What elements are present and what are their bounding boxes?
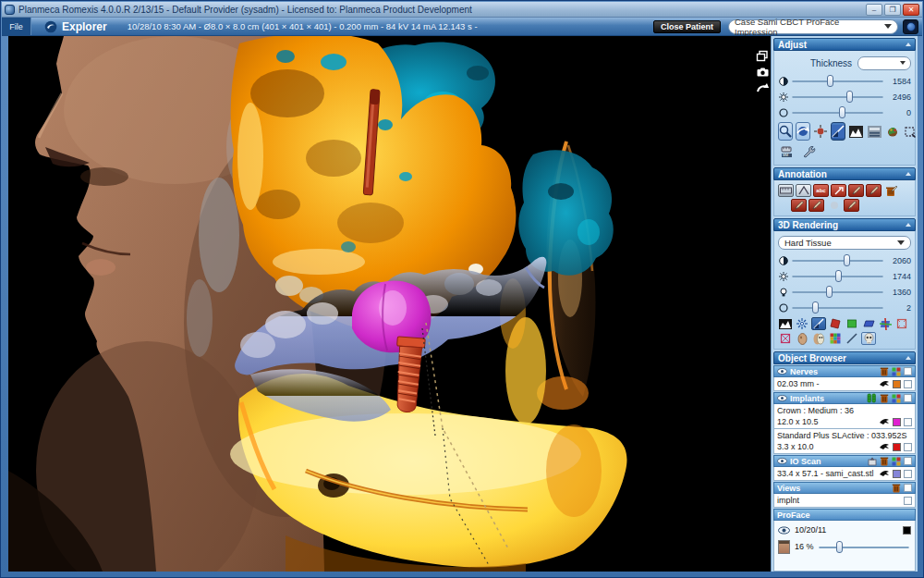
histogram-tool[interactable] — [778, 317, 793, 330]
coronal-plane-tool[interactable] — [845, 317, 859, 330]
skull-tool[interactable] — [861, 332, 876, 345]
thickness-select[interactable] — [857, 56, 911, 70]
slider-thumb[interactable] — [846, 91, 853, 103]
views-checkbox[interactable] — [904, 484, 912, 492]
rotate-view-icon[interactable] — [757, 83, 769, 93]
color-preset-tool[interactable] — [885, 122, 900, 141]
show-in-3d-icon[interactable] — [880, 418, 890, 425]
axial-plane-tool[interactable] — [861, 317, 876, 330]
draw-annotation-1[interactable] — [848, 184, 864, 197]
volume-box-tool[interactable] — [778, 332, 793, 345]
group-grid-icon[interactable] — [892, 457, 901, 466]
implant-color-chip[interactable] — [893, 443, 901, 451]
windowing-tool[interactable] — [831, 122, 845, 141]
rendering-preset-select[interactable]: Hard Tissue — [778, 236, 911, 250]
show-in-3d-icon[interactable] — [880, 470, 890, 477]
gamma-slider[interactable] — [792, 106, 883, 118]
implant-color-chip[interactable] — [893, 418, 901, 426]
trash-icon[interactable] — [880, 456, 889, 466]
text-annotation[interactable]: abc — [813, 184, 829, 197]
group-grid-icon[interactable] — [892, 367, 901, 376]
triplane-tool[interactable] — [878, 317, 893, 330]
implant-item-checkbox[interactable] — [904, 418, 912, 426]
view-item-checkbox[interactable] — [904, 497, 912, 505]
adjust-panel-header[interactable]: Adjust — [773, 38, 916, 51]
skin-skull-tool[interactable] — [811, 332, 826, 345]
angle-annotation[interactable] — [796, 184, 811, 197]
io-scan-color-chip[interactable] — [893, 470, 901, 478]
draw-annotation-5[interactable] — [844, 199, 859, 212]
draw-annotation-2[interactable] — [866, 184, 881, 197]
implant-item-row[interactable]: Crown : Medium : 36 12.0 x 10.5 — [773, 404, 916, 429]
close-button[interactable]: ✕ — [903, 4, 919, 16]
group-grid-icon[interactable] — [892, 394, 901, 403]
levels-tool[interactable] — [867, 122, 882, 141]
settings-wrench-tool[interactable] — [799, 142, 818, 161]
arrow-annotation[interactable] — [831, 184, 846, 197]
render-threshold-slider[interactable] — [792, 301, 883, 314]
brightness-slider[interactable] — [792, 91, 883, 103]
nerves-checkbox[interactable] — [904, 367, 912, 375]
delete-annotations[interactable] — [883, 184, 899, 197]
slider-thumb[interactable] — [844, 254, 850, 266]
restore-layout-icon[interactable] — [757, 51, 768, 61]
export-icon[interactable] — [868, 457, 877, 466]
explorer-button[interactable]: Explorer — [44, 20, 107, 33]
annotation-panel-header[interactable]: Annotation — [773, 167, 916, 180]
draw-annotation-3[interactable] — [791, 199, 807, 212]
clip-box-tool[interactable] — [894, 317, 909, 330]
render-contrast-slider[interactable] — [792, 254, 883, 266]
trash-icon[interactable] — [880, 366, 889, 376]
nerve-item-row[interactable]: 02.03 mm - — [773, 377, 916, 391]
slider-thumb[interactable] — [836, 541, 843, 553]
minimize-button[interactable]: – — [866, 4, 882, 16]
3d-rendering-panel-header[interactable]: 3D Rendering — [773, 218, 916, 231]
transform-tool[interactable] — [813, 122, 828, 141]
snapshot-region-tool[interactable] — [903, 122, 917, 141]
slider-thumb[interactable] — [839, 106, 845, 118]
slider-thumb[interactable] — [826, 286, 833, 298]
implants-checkbox[interactable] — [904, 394, 912, 402]
sagittal-plane-tool[interactable] — [828, 317, 843, 330]
views-section-header[interactable]: Views — [773, 482, 916, 494]
slider-thumb[interactable] — [835, 270, 842, 282]
close-patient-button[interactable]: Close Patient — [653, 20, 721, 33]
implant-pair-icon[interactable] — [867, 393, 877, 403]
implants-section-header[interactable]: Implants — [773, 392, 916, 404]
proface-opacity-slider[interactable] — [819, 541, 909, 553]
io-scan-item-checkbox[interactable] — [904, 470, 912, 478]
io-scan-section-header[interactable]: IO Scan — [773, 455, 916, 467]
lighting-tool[interactable] — [795, 317, 809, 330]
nerve-item-checkbox[interactable] — [904, 380, 912, 388]
slice-line-tool[interactable] — [845, 332, 859, 345]
zoom-tool[interactable] — [778, 122, 793, 141]
proface-color-chip[interactable] — [903, 526, 911, 535]
io-scan-checkbox[interactable] — [904, 457, 912, 465]
show-in-3d-icon[interactable] — [880, 380, 890, 387]
draw-annotation-4[interactable] — [808, 199, 824, 212]
proface-thumbnail[interactable] — [778, 540, 790, 554]
io-scan-item-row[interactable]: 33.4 x 57.1 - sami_cast.stl — [773, 467, 916, 481]
windowing-tool[interactable] — [811, 317, 826, 330]
view-item-row[interactable]: implnt — [773, 494, 916, 508]
nerves-section-header[interactable]: Nerves — [773, 365, 916, 377]
nerve-color-chip[interactable] — [893, 380, 901, 388]
histogram-tool[interactable] — [848, 122, 864, 141]
implant-item-row[interactable]: Standard Plus SLActive : 033.952S 3.3 x … — [773, 429, 916, 454]
proface-section-header[interactable]: ProFace — [773, 509, 916, 521]
maximize-button[interactable]: ❐ — [884, 4, 901, 16]
soft-tissue-tool[interactable] — [795, 332, 809, 345]
camera-snapshot-icon[interactable] — [757, 68, 769, 77]
slider-thumb[interactable] — [812, 301, 819, 314]
help-button[interactable] — [903, 19, 918, 34]
contrast-slider[interactable] — [792, 75, 883, 87]
trash-icon[interactable] — [880, 393, 889, 403]
case-selector[interactable]: Case Sami CBCT ProFace Impression — [728, 19, 898, 34]
measure-tool[interactable]: MM — [778, 142, 796, 161]
file-menu[interactable]: File — [2, 18, 31, 35]
render-lighting-slider[interactable] — [792, 286, 883, 298]
render-brightness-slider[interactable] — [792, 270, 883, 282]
ruler-annotation[interactable] — [778, 184, 794, 197]
show-in-3d-icon[interactable] — [880, 443, 890, 450]
3d-viewport[interactable] — [8, 36, 771, 572]
